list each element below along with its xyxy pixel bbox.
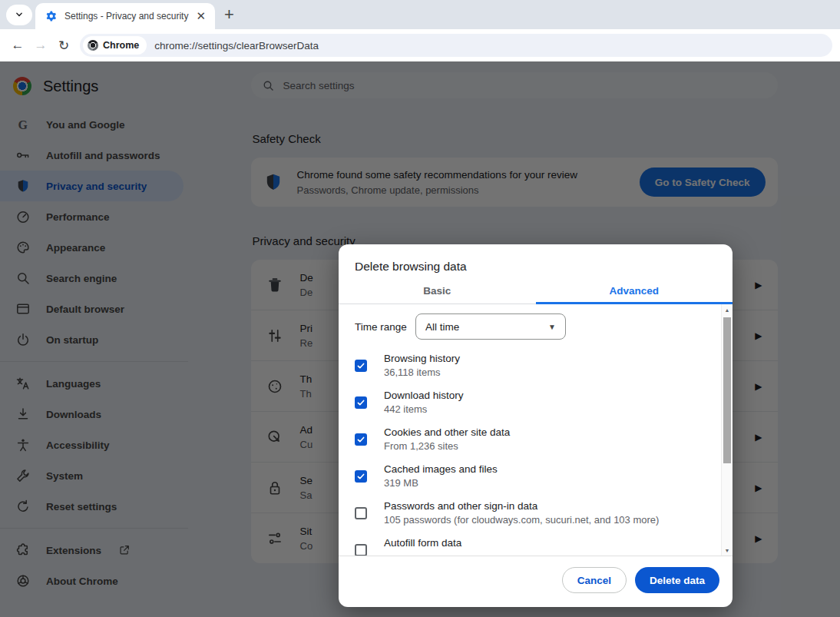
tab-search-button[interactable] xyxy=(6,5,32,25)
dialog-scrollbar[interactable]: ▲ ▼ xyxy=(721,304,733,556)
omnibox[interactable]: Chrome chrome://settings/clearBrowserDat… xyxy=(80,34,832,57)
chip-label: Chrome xyxy=(103,40,139,51)
data-type-row-browsing-history: Browsing history 36,118 items xyxy=(339,347,721,384)
checkbox[interactable] xyxy=(355,507,367,519)
settings-gear-icon xyxy=(45,10,57,22)
data-type-label: Autofill form data xyxy=(384,536,461,550)
time-range-label: Time range xyxy=(355,321,415,333)
dialog-title: Delete browsing data xyxy=(339,244,733,279)
scrollbar-up-icon[interactable]: ▲ xyxy=(722,304,733,315)
data-type-detail: From 1,236 sites xyxy=(384,440,510,453)
data-type-row-download-history: Download history 442 items xyxy=(339,384,721,421)
chevron-down-icon xyxy=(14,9,25,20)
data-type-label: Browsing history xyxy=(384,352,460,366)
dialog-tabs: Basic Advanced xyxy=(339,279,733,304)
data-type-label: Cookies and other site data xyxy=(384,426,510,440)
back-button[interactable]: ← xyxy=(6,38,29,53)
tab-title: Settings - Privacy and security xyxy=(64,11,193,22)
data-type-row-autofill-form-data: Autofill form data xyxy=(339,532,721,556)
delete-data-button[interactable]: Delete data xyxy=(635,567,719,593)
cancel-button[interactable]: Cancel xyxy=(562,567,627,593)
new-tab-button[interactable]: + xyxy=(224,6,234,23)
checkbox-checked[interactable] xyxy=(355,396,367,409)
browser-tab-settings[interactable]: Settings - Privacy and security ✕ xyxy=(35,3,215,29)
time-range-value: All time xyxy=(425,321,459,333)
data-type-row-passwords-and-other-sign-in-data: Passwords and other sign-in data 105 pas… xyxy=(339,495,721,532)
data-type-detail: 319 MB xyxy=(384,476,498,489)
data-type-detail: 36,118 items xyxy=(384,366,460,379)
data-type-label: Passwords and other sign-in data xyxy=(384,499,659,513)
data-type-detail: 442 items xyxy=(384,403,464,416)
browser-window: Settings - Privacy and security ✕ + ← → … xyxy=(0,0,840,617)
checkbox-checked[interactable] xyxy=(355,470,367,483)
data-type-list: Browsing history 36,118 items Download h… xyxy=(339,347,721,556)
reload-button[interactable]: ↻ xyxy=(52,38,75,54)
tab-close-icon[interactable]: ✕ xyxy=(193,9,209,23)
data-type-detail: 105 passwords (for cloudways.com, sucuri… xyxy=(384,513,659,526)
tab-strip: Settings - Privacy and security ✕ + xyxy=(0,0,840,29)
checkbox[interactable] xyxy=(355,544,367,556)
dialog-scroll-area: Time range All time ▼ Browsing history 3… xyxy=(339,304,733,556)
delete-browsing-data-dialog: Delete browsing data Basic Advanced Time… xyxy=(339,244,733,607)
checkbox-checked[interactable] xyxy=(355,433,367,446)
tab-basic[interactable]: Basic xyxy=(339,279,536,304)
time-range-select[interactable]: All time ▼ xyxy=(415,313,566,340)
scrollbar-down-icon[interactable]: ▼ xyxy=(722,545,733,556)
data-type-row-cached-images-and-files: Cached images and files 319 MB xyxy=(339,458,721,495)
tab-advanced[interactable]: Advanced xyxy=(536,279,733,304)
data-type-row-cookies-and-other-site-data: Cookies and other site data From 1,236 s… xyxy=(339,421,721,458)
forward-button[interactable]: → xyxy=(29,38,52,53)
browser-toolbar: ← → ↻ Chrome chrome://settings/clearBrow… xyxy=(0,29,840,61)
time-range-row: Time range All time ▼ xyxy=(339,304,721,347)
data-type-label: Download history xyxy=(384,389,464,403)
checkbox-checked[interactable] xyxy=(355,360,367,372)
chrome-url-chip: Chrome xyxy=(83,36,147,55)
url-text: chrome://settings/clearBrowserData xyxy=(154,40,319,51)
scrollbar-thumb[interactable] xyxy=(723,317,731,463)
data-type-label: Cached images and files xyxy=(384,463,498,476)
dropdown-caret-icon: ▼ xyxy=(548,323,556,331)
chrome-logo-mono-icon xyxy=(88,40,98,51)
dialog-footer: Cancel Delete data xyxy=(339,556,733,604)
